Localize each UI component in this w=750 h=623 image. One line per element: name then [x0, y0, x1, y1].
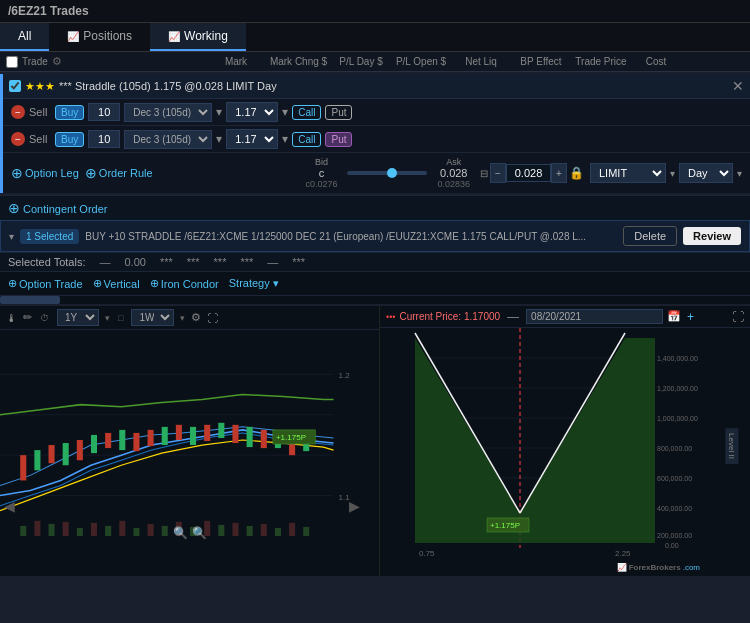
- tab-working[interactable]: 📈 Working: [150, 23, 246, 51]
- svg-text:400,000.00: 400,000.00: [657, 505, 692, 512]
- option-trade-label: Option Trade: [19, 278, 83, 290]
- contingent-plus-icon: ⊕: [8, 200, 20, 216]
- leg2-expiry-select[interactable]: Dec 3 (105d): [124, 130, 212, 149]
- price-decrement-button[interactable]: −: [490, 163, 506, 183]
- leg2-side-badge[interactable]: Buy: [55, 132, 84, 147]
- totals-val-2: 0.00: [124, 256, 145, 268]
- leg1-side-badge[interactable]: Buy: [55, 105, 84, 120]
- vertical-plus-icon: ⊕: [93, 277, 102, 290]
- leg2-price-select[interactable]: 1.175: [226, 129, 278, 149]
- tab-all-label: All: [18, 29, 31, 43]
- add-option-leg-button[interactable]: ⊕ Option Leg: [11, 165, 79, 181]
- col-bpeffect: BP Effect: [511, 56, 571, 67]
- tab-positions-label: Positions: [83, 29, 132, 43]
- col-plday: P/L Day $: [331, 56, 391, 67]
- svg-rect-19: [190, 427, 196, 445]
- app-title: /6EZ21 Trades: [8, 4, 89, 18]
- bid-ask-area: Bid c c0.0276 Ask 0.028 0.02836 ⊟ − 0.02…: [305, 157, 742, 189]
- add-order-rule-button[interactable]: ⊕ Order Rule: [85, 165, 153, 181]
- leg2-price-arrow: ▾: [282, 132, 288, 146]
- contingent-order-row[interactable]: ⊕ Contingent Order: [0, 195, 750, 220]
- add-option-leg-label: Option Leg: [25, 167, 79, 179]
- settings-icon[interactable]: ⚙: [191, 311, 201, 324]
- left-chart-svg: 1.2 1.1: [0, 330, 379, 550]
- svg-text:800,000.00: 800,000.00: [657, 445, 692, 452]
- leg2-put-badge[interactable]: Put: [325, 132, 352, 147]
- table-header: Trade ⚙ Mark Mark Chng $ P/L Day $ P/L O…: [0, 52, 750, 72]
- order-type-select[interactable]: LIMIT MARKET: [590, 163, 666, 183]
- thermometer-icon[interactable]: 🌡: [6, 312, 17, 324]
- leg2-qty-input[interactable]: [88, 130, 120, 148]
- bid-label: Bid: [315, 157, 328, 167]
- col-netliq: Net Liq: [451, 56, 511, 67]
- gear-icon[interactable]: ⚙: [52, 55, 62, 68]
- zoom-in-icon[interactable]: 🔍: [173, 526, 188, 540]
- pencil-icon[interactable]: ✏: [23, 311, 32, 324]
- date-input[interactable]: [526, 309, 663, 324]
- iron-condor-button[interactable]: ⊕ Iron Condor: [150, 277, 219, 290]
- delete-button[interactable]: Delete: [623, 226, 677, 246]
- price-increment-button[interactable]: +: [551, 163, 567, 183]
- svg-text:200,000.00: 200,000.00: [657, 532, 692, 539]
- chart-section: 🌡 ✏ ⏱ 1Y 6M 3M ▾ □ 1W 1D 1H ▾ ⚙ ⛶: [0, 306, 750, 576]
- order-controls: ⊕ Option Leg ⊕ Order Rule Bid c c0.0276 …: [3, 153, 750, 193]
- interval-select[interactable]: 1W 1D 1H: [131, 309, 174, 326]
- trade-col-label: Trade: [22, 56, 48, 67]
- svg-text:◀: ◀: [4, 498, 15, 514]
- leg1-qty-input[interactable]: [88, 103, 120, 121]
- selected-row: ▾ 1 Selected BUY +10 STRADDLE /6EZ21:XCM…: [0, 220, 750, 252]
- leg1-price-select[interactable]: 1.175: [226, 102, 278, 122]
- leg2-call-badge[interactable]: Call: [292, 132, 321, 147]
- svg-rect-45: [261, 524, 267, 536]
- order-card: ★★★ *** Straddle (105d) 1.175 @0.028 LIM…: [0, 74, 750, 193]
- bid-ask-slider[interactable]: [347, 171, 427, 175]
- leg1-action: Sell: [29, 106, 51, 118]
- add-date-icon[interactable]: +: [687, 310, 694, 324]
- col-plopen: P/L Open $: [391, 56, 451, 67]
- vertical-button[interactable]: ⊕ Vertical: [93, 277, 140, 290]
- leg1-price-arrow: ▾: [282, 105, 288, 119]
- scroll-thumb[interactable]: [0, 296, 60, 304]
- leg1-expiry-select[interactable]: Dec 3 (105d): [124, 103, 212, 122]
- watermark: 📈 ForexBrokers .com: [617, 563, 700, 572]
- svg-text:600,000.00: 600,000.00: [657, 475, 692, 482]
- close-order-button[interactable]: ✕: [732, 78, 744, 94]
- add-order-rule-label: Order Rule: [99, 167, 153, 179]
- svg-text:▶: ▶: [349, 498, 360, 514]
- tab-positions[interactable]: 📈 Positions: [49, 23, 150, 51]
- positions-icon: 📈: [67, 31, 79, 42]
- limit-price-display: 0.028: [506, 164, 551, 182]
- contingent-label: Contingent Order: [23, 203, 107, 215]
- slider-dot: [387, 168, 397, 178]
- expand-left-icon[interactable]: ⛶: [207, 312, 218, 324]
- expand-chart-icon[interactable]: ⛶: [732, 310, 744, 324]
- ask-label: Ask: [446, 157, 461, 167]
- tab-all[interactable]: All: [0, 23, 49, 51]
- order-checkbox[interactable]: [9, 80, 21, 92]
- svg-rect-42: [218, 525, 224, 536]
- tif-select[interactable]: Day GTC: [679, 163, 733, 183]
- option-trade-button[interactable]: ⊕ Option Trade: [8, 277, 83, 290]
- remove-leg2-button[interactable]: −: [11, 132, 25, 146]
- zoom-out-icon[interactable]: 🔍: [192, 526, 207, 540]
- svg-rect-0: [0, 334, 379, 546]
- strategy-dropdown-button[interactable]: Strategy ▾: [229, 277, 279, 290]
- svg-rect-20: [204, 425, 210, 441]
- select-all-checkbox[interactable]: [6, 56, 18, 68]
- period-select[interactable]: 1Y 6M 3M: [57, 309, 99, 326]
- leg1-call-badge[interactable]: Call: [292, 105, 321, 120]
- svg-rect-36: [133, 528, 139, 536]
- scroll-indicator[interactable]: [0, 296, 750, 304]
- level2-tab[interactable]: Level II: [726, 428, 739, 464]
- iron-condor-plus-icon: ⊕: [150, 277, 159, 290]
- leg1-put-badge[interactable]: Put: [325, 105, 352, 120]
- remove-leg1-button[interactable]: −: [11, 105, 25, 119]
- interval-arrow: ▾: [180, 313, 185, 323]
- totals-val-8: ***: [292, 256, 305, 268]
- totals-label: Selected Totals:: [8, 256, 85, 268]
- totals-row: Selected Totals: — 0.00 *** *** *** *** …: [0, 252, 750, 272]
- collapse-icon[interactable]: ▾: [9, 231, 14, 242]
- svg-rect-35: [119, 521, 125, 536]
- calendar-icon[interactable]: 📅: [667, 310, 681, 323]
- review-button[interactable]: Review: [683, 227, 741, 245]
